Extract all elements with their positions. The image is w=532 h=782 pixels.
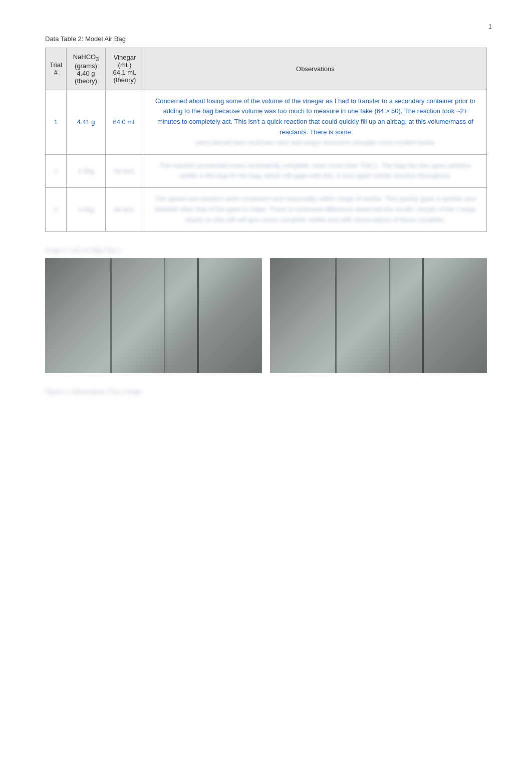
page-number: 1 — [488, 23, 492, 30]
col-observations-header: Observations — [144, 48, 486, 90]
image-right — [270, 258, 487, 373]
trial-number-2: 2 — [46, 154, 67, 188]
vinegar-value-2: 64.0mL — [106, 154, 144, 188]
table-row: 3 4.40g 64.0mL The speed and reaction we… — [46, 188, 487, 231]
col-vinegar-header: Vinegar (mL) 64.1 mL (theory) — [106, 48, 144, 90]
table-row: 1 4.41 g 64.0 mL Concerned about losing … — [46, 90, 487, 154]
nahco-value-2: 4.39g — [66, 154, 105, 188]
image-left — [45, 258, 262, 373]
col-trial-header: Trial # — [46, 48, 67, 90]
table-title: Data Table 2: Model Air Bag — [45, 35, 487, 43]
trial-number-3: 3 — [46, 188, 67, 231]
vinegar-value-1: 64.0 mL — [106, 90, 144, 154]
images-container — [45, 258, 487, 373]
figure1-caption: Image 1: Left: Air Bag Trial 1: — [45, 247, 487, 254]
observation-3: The speed and reaction were consistent a… — [144, 188, 486, 231]
col-nahco-header: NaHCO3 (grams) 4.40 g (theory) — [66, 48, 105, 90]
observation-2: The reaction proceeded more consistently… — [144, 154, 486, 188]
nahco-value-3: 4.40g — [66, 188, 105, 231]
trial-number-1: 1 — [46, 90, 67, 154]
vinegar-value-3: 64.0mL — [106, 188, 144, 231]
observation-1: Concerned about losing some of the volum… — [144, 90, 486, 154]
table-row: 2 4.39g 64.0mL The reaction proceeded mo… — [46, 154, 487, 188]
data-table: Trial # NaHCO3 (grams) 4.40 g (theory) V… — [45, 48, 487, 232]
nahco-value-1: 4.41 g — [66, 90, 105, 154]
figure2-caption: Figure 2: Observations Trial 1 image — [45, 388, 487, 395]
